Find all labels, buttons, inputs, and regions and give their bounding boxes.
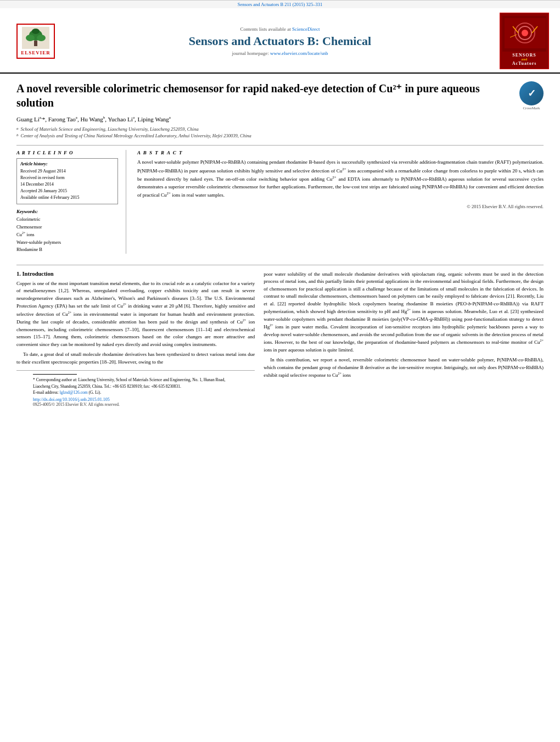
star-note-text: * Corresponding author at: Liaocheng Uni…	[33, 377, 225, 388]
abstract-title: A B S T R A C T	[137, 150, 544, 155]
article-info-column: A R T I C L E I N F O Article history: R…	[16, 150, 126, 254]
copyright-line: © 2015 Elsevier B.V. All rights reserved…	[137, 204, 544, 209]
author-farong-tao: Farong Tao	[48, 116, 76, 122]
footnote-area: * Corresponding author at: Liaocheng Uni…	[16, 370, 255, 409]
page: Sensors and Actuators B 211 (2015) 325–3…	[0, 0, 560, 742]
keyword-polymers: Water-soluble polymers	[16, 239, 118, 247]
svg-point-9	[522, 30, 528, 36]
article-history-box: Article history: Received 29 August 2014…	[16, 158, 118, 204]
section1-text-left: Copper is one of the most important tran…	[16, 280, 255, 366]
journal-reference-bar: Sensors and Actuators B 211 (2015) 325–3…	[0, 0, 560, 8]
body-right-column: poor water solubility of the small molec…	[264, 271, 544, 409]
article-content: A novel reversible colorimetric chemosen…	[0, 74, 560, 259]
affiliations: a School of Materials Science and Engine…	[16, 126, 544, 140]
keywords-section: Keywords: Colorimetric Chemosensor Cu2+ …	[16, 209, 118, 254]
elsevier-logo-box: ELSEVIER	[16, 24, 55, 59]
affiliation-b: b Center of Analysis and Testing of Chin…	[16, 132, 544, 140]
article-info-abstract: A R T I C L E I N F O Article history: R…	[16, 150, 544, 254]
keyword-rhodamine: Rhodamine B	[16, 246, 118, 254]
abstract-section: A B S T R A C T A novel water-soluble po…	[137, 150, 544, 254]
para-1: Copper is one of the most important tran…	[16, 280, 255, 349]
footnote-corresponding: * Corresponding author at: Liaocheng Uni…	[33, 377, 238, 395]
keyword-cu-ions: Cu2+ ions	[16, 231, 118, 238]
svg-point-3	[37, 35, 46, 41]
affil-sup-a: a	[16, 126, 19, 133]
article-title: A novel reversible colorimetric chemosen…	[16, 81, 544, 110]
sensors-logo-graphic	[505, 18, 546, 48]
author-hu-wang: Hu Wang	[80, 116, 103, 122]
history-accepted: Accepted 26 January 2015	[20, 188, 114, 194]
author-guang-li: Guang Li	[16, 116, 40, 122]
authors-line: Guang Lia,*, Farong Taoa, Hu Wangb, Yuch…	[16, 115, 544, 122]
contents-line: Contents lists available at ScienceDirec…	[71, 26, 489, 32]
crossmark-badge: ✓ CrossMark	[519, 81, 544, 110]
body-section-divider	[16, 265, 544, 265]
elsevier-tree-icon	[22, 27, 49, 49]
header-divider	[16, 145, 544, 146]
body-left-column: 1. Introduction Copper is one of the mos…	[16, 271, 255, 409]
email-name: (G. Li).	[88, 390, 101, 395]
history-revised-label: Received in revised form	[20, 175, 114, 181]
author-sup-a2: a	[76, 115, 77, 120]
author-sup-a4: a	[169, 115, 171, 120]
email-label: E-mail address:	[33, 390, 60, 395]
section1-heading: 1. Introduction	[16, 271, 255, 277]
svg-point-5	[32, 29, 40, 34]
keyword-colorimetric: Colorimetric	[16, 216, 118, 224]
para-right-2: In this contribution, we report a novel,…	[264, 356, 544, 380]
svg-point-2	[26, 35, 35, 41]
author-yuchao-li: Yuchao Li	[108, 116, 133, 122]
history-online: Available online 4 February 2015	[20, 194, 114, 201]
affil-a-text: School of Materials Science and Engineer…	[21, 126, 199, 133]
keyword-chemosensor: Chemosensor	[16, 224, 118, 231]
crossmark-label: CrossMark	[519, 106, 544, 110]
sensors-actuators-logo: SENSORS and AcTuators	[500, 13, 549, 69]
abstract-text: A novel water-soluble polymer P(NIPAM-co…	[137, 159, 544, 199]
journal-title-area: Contents lists available at ScienceDirec…	[60, 26, 500, 56]
homepage-url[interactable]: www.elsevier.com/locate/snb	[270, 51, 328, 56]
author-sup-a3: a	[133, 115, 135, 120]
keywords-title: Keywords:	[16, 209, 118, 214]
affil-b-text: Center of Analysis and Testing of China …	[21, 132, 251, 140]
journal-ref-text: Sensors and Actuators B 211 (2015) 325–3…	[238, 2, 323, 7]
affiliation-a: a School of Materials Science and Engine…	[16, 126, 544, 133]
elsevier-label: ELSEVIER	[21, 50, 51, 55]
section1-text-right: poor water solubility of the small molec…	[264, 271, 544, 380]
actuators-text: AcTuators	[512, 61, 537, 66]
corresponding-star: *	[42, 116, 46, 122]
journal-header: ELSEVIER Contents lists available at Sci…	[0, 8, 560, 74]
doi-line[interactable]: http://dx.doi.org/10.1016/j.snb.2015.01.…	[33, 397, 238, 402]
history-received: Received 29 August 2014	[20, 168, 114, 175]
journal-homepage: journal homepage: www.elsevier.com/locat…	[71, 51, 489, 56]
footnote-divider	[33, 374, 77, 375]
article-info-title: A R T I C L E I N F O	[16, 150, 118, 155]
svg-rect-4	[34, 41, 37, 46]
para-right-1: poor water solubility of the small molec…	[264, 271, 544, 354]
sensors-text: SENSORS	[512, 53, 536, 58]
elsevier-logo: ELSEVIER	[11, 24, 60, 59]
affil-sup-b: b	[16, 132, 19, 140]
issn-line: 0925-4005/© 2015 Elsevier B.V. All right…	[33, 402, 238, 407]
history-revised-date: 14 December 2014	[20, 181, 114, 188]
para-2: To date, a great deal of small molecule …	[16, 351, 255, 366]
author-sup-b: b	[103, 115, 105, 120]
body-columns: 1. Introduction Copper is one of the mos…	[0, 271, 560, 409]
crossmark-icon: ✓	[519, 81, 544, 105]
journal-name: Sensors and Actuators B: Chemical	[71, 34, 489, 48]
sciencedirect-link[interactable]: ScienceDirect	[292, 26, 320, 32]
author-liping-wang: Liping Wang	[138, 116, 169, 122]
history-title: Article history:	[20, 161, 114, 166]
email-link[interactable]: lglzsd@126.com	[60, 390, 88, 395]
